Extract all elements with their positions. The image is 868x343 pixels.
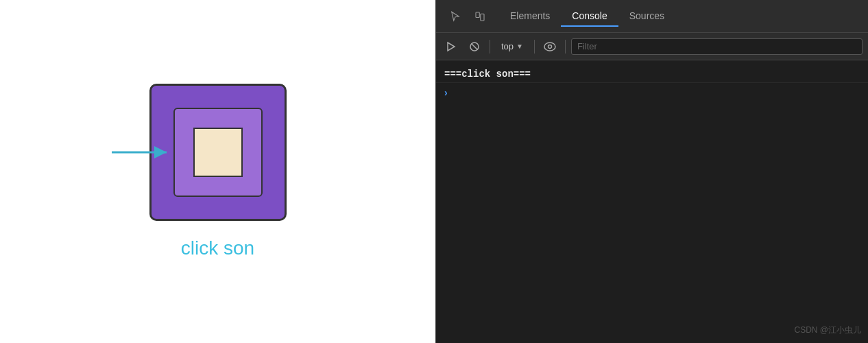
console-toolbar: top ▼: [436, 33, 868, 60]
devtools-panel: Elements Console Sources top ▼: [435, 0, 868, 343]
click-label: click son: [181, 237, 254, 259]
tab-elements[interactable]: Elements: [499, 6, 561, 27]
tab-console[interactable]: Console: [561, 6, 618, 27]
toolbar-divider-3: [565, 40, 566, 54]
watermark: CSDN @江小虫儿: [794, 324, 861, 336]
devtools-tabs-bar: Elements Console Sources: [436, 0, 868, 33]
run-icon[interactable]: [442, 37, 461, 56]
svg-point-8: [548, 45, 551, 48]
svg-rect-3: [481, 14, 484, 21]
console-content: ===click son=== ›: [436, 60, 868, 343]
live-expressions-icon[interactable]: [540, 37, 559, 56]
clear-console-icon[interactable]: [465, 37, 484, 56]
inspect-icon[interactable]: [444, 5, 466, 27]
filter-input[interactable]: [571, 38, 863, 55]
svg-point-7: [544, 43, 555, 51]
svg-marker-4: [448, 43, 455, 51]
svg-rect-2: [476, 12, 479, 18]
log-text: ===click son===: [444, 69, 531, 80]
illustration: [149, 84, 287, 221]
dropdown-arrow-icon: ▼: [516, 43, 523, 50]
left-panel: click son: [0, 0, 435, 343]
arrow-icon: [112, 142, 173, 163]
devtools-tabs: Elements Console Sources: [494, 6, 860, 27]
middle-box[interactable]: [173, 108, 263, 197]
device-toggle-icon[interactable]: [469, 5, 491, 27]
tab-sources[interactable]: Sources: [618, 6, 675, 27]
svg-line-6: [472, 43, 478, 49]
toolbar-divider: [490, 40, 490, 54]
arrow-container: [112, 142, 173, 163]
prompt-chevron-icon: ›: [444, 87, 448, 98]
context-selector[interactable]: top ▼: [496, 39, 529, 54]
console-log-line: ===click son===: [436, 66, 868, 83]
toolbar-divider-2: [534, 40, 535, 54]
console-prompt-line[interactable]: ›: [436, 83, 868, 102]
context-label: top: [501, 41, 514, 51]
inner-box[interactable]: [193, 128, 243, 177]
